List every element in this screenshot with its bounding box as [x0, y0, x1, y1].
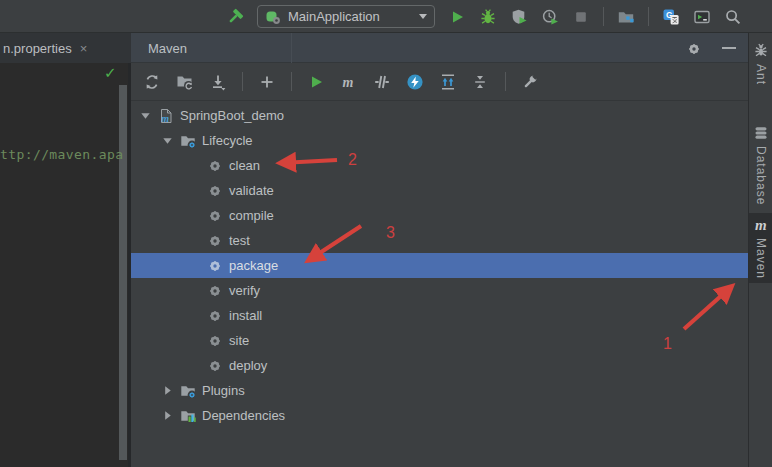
gear-icon[interactable]	[685, 40, 703, 58]
translate-icon[interactable]: G	[662, 8, 680, 26]
tree-item-install[interactable]: install	[131, 303, 748, 328]
tree-item-deploy[interactable]: deploy	[131, 353, 748, 378]
build-hammer-icon[interactable]	[226, 8, 244, 26]
run-configuration-select[interactable]: MainApplication	[257, 5, 435, 28]
svg-text:m: m	[161, 113, 169, 124]
editor-scrollbar[interactable]	[119, 85, 127, 460]
maven-toolbar: m	[131, 63, 748, 101]
ide-window: MainApplication G n.properties × Maven	[0, 0, 772, 467]
stop-icon[interactable]	[572, 8, 590, 26]
close-icon[interactable]: ×	[80, 42, 88, 55]
gear-icon	[207, 158, 223, 174]
execute-goal-icon[interactable]: m	[340, 73, 358, 91]
inspection-ok-icon: ✓	[104, 64, 117, 82]
database-icon	[753, 125, 769, 141]
tree-item-label: SpringBoot_demo	[180, 108, 284, 123]
maven-project-icon: m	[158, 108, 174, 124]
run-config-label: MainApplication	[288, 9, 412, 24]
expand-right-icon[interactable]	[160, 409, 174, 423]
tab-properties-file[interactable]: n.properties ×	[0, 33, 93, 63]
project-folder-icon[interactable]	[617, 8, 635, 26]
expand-down-icon[interactable]	[138, 109, 152, 123]
toolbar-separator	[648, 7, 649, 26]
tree-item-springboot-demo[interactable]: mSpringBoot_demo	[131, 103, 748, 128]
gear-icon	[207, 358, 223, 374]
header-divider	[291, 33, 292, 63]
toolbar-separator	[505, 72, 506, 91]
settings-wrench-icon[interactable]	[521, 73, 539, 91]
gear-icon	[207, 208, 223, 224]
run-with-coverage-icon[interactable]	[510, 8, 528, 26]
expand-right-icon[interactable]	[160, 384, 174, 398]
maven-tool-window-header: Maven	[131, 33, 748, 63]
toolbar-separator	[242, 72, 243, 91]
tree-item-compile[interactable]: compile	[131, 203, 748, 228]
expand-down-icon[interactable]	[160, 134, 174, 148]
stripe-tab-label: Database	[754, 146, 768, 205]
maven-tree: mSpringBoot_demo Lifecycle clean validat…	[131, 101, 748, 428]
plus-icon[interactable]	[258, 73, 276, 91]
offline-mode-icon[interactable]	[406, 73, 424, 91]
hide-panel-icon[interactable]	[722, 47, 736, 49]
folder-lib-icon	[180, 408, 196, 424]
tree-item-validate[interactable]: validate	[131, 178, 748, 203]
tree-item-label: test	[229, 233, 250, 248]
svg-text:m: m	[343, 74, 354, 89]
stripe-tab-database[interactable]: Database	[749, 121, 772, 209]
debug-icon[interactable]	[479, 8, 497, 26]
skip-tests-icon[interactable]	[373, 73, 391, 91]
tree-item-site[interactable]: site	[131, 328, 748, 353]
tree-item-lifecycle[interactable]: Lifecycle	[131, 128, 748, 153]
profiler-icon[interactable]	[541, 8, 559, 26]
run-icon[interactable]	[307, 73, 325, 91]
search-icon[interactable]	[724, 8, 742, 26]
collapse-all-icon[interactable]	[472, 73, 490, 91]
tree-item-label: Dependencies	[202, 408, 285, 423]
tree-item-label: verify	[229, 283, 260, 298]
maven-tool-window: m mSpringBoot_demo Lifecycle clean valid…	[131, 63, 748, 467]
tree-item-label: compile	[229, 208, 274, 223]
stripe-tab-ant[interactable]: Ant	[749, 39, 772, 89]
svg-text:m: m	[755, 217, 767, 233]
tree-item-label: site	[229, 333, 249, 348]
tree-item-test[interactable]: test	[131, 228, 748, 253]
tool-window-stripe: Ant Database mMaven	[748, 33, 772, 467]
panel-title: Maven	[148, 33, 187, 63]
toolbar-separator	[603, 7, 604, 26]
stripe-tab-maven[interactable]: mMaven	[749, 213, 772, 283]
stripe-tab-label: Maven	[754, 238, 768, 279]
terminal-icon[interactable]	[693, 8, 711, 26]
run-config-app-icon	[265, 9, 281, 25]
toolbar-separator	[291, 72, 292, 91]
ant-icon	[753, 43, 769, 59]
code-line: ttp://maven.apa	[0, 147, 128, 162]
tree-item-package[interactable]: package	[131, 253, 748, 278]
refresh-icon[interactable]	[143, 73, 161, 91]
gear-icon	[207, 308, 223, 324]
download-icon[interactable]	[209, 73, 227, 91]
tree-item-clean[interactable]: clean	[131, 153, 748, 178]
maven-m-icon: m	[753, 217, 769, 233]
stripe-tab-label: Ant	[754, 64, 768, 85]
gear-icon	[207, 283, 223, 299]
tree-item-label: validate	[229, 183, 274, 198]
editor-tab-bar: n.properties ×	[0, 33, 131, 63]
gear-icon	[207, 333, 223, 349]
tree-item-label: clean	[229, 158, 260, 173]
gear-icon	[207, 233, 223, 249]
folder-gear-icon	[180, 133, 196, 149]
tree-item-label: install	[229, 308, 262, 323]
tab-label: n.properties	[3, 41, 72, 56]
run-icon[interactable]	[448, 8, 466, 26]
tree-item-verify[interactable]: verify	[131, 278, 748, 303]
tree-item-label: package	[229, 258, 278, 273]
sources-folder-icon[interactable]	[176, 73, 194, 91]
tree-item-label: Lifecycle	[202, 133, 253, 148]
tree-item-plugins[interactable]: Plugins	[131, 378, 748, 403]
tree-item-dependencies[interactable]: Dependencies	[131, 403, 748, 428]
gear-icon	[207, 183, 223, 199]
tree-item-label: Plugins	[202, 383, 245, 398]
chevron-down-icon	[419, 14, 427, 19]
expand-all-icon[interactable]	[439, 73, 457, 91]
editor-pane[interactable]: ✓ ttp://maven.apa	[0, 63, 128, 467]
